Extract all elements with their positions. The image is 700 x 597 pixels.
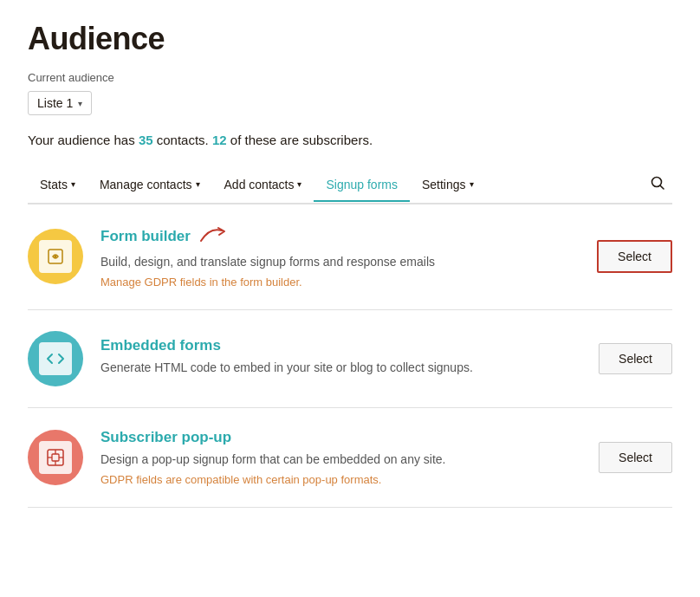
subscriber-popup-description: Design a pop-up signup form that can be …	[100, 451, 581, 469]
embedded-forms-select-button[interactable]: Select	[599, 343, 672, 374]
form-builder-select-button[interactable]: Select	[597, 240, 672, 273]
current-audience-label: Current audience	[28, 71, 672, 84]
chevron-down-icon: ▾	[196, 179, 200, 189]
audience-dropdown[interactable]: Liste 1 ▾	[28, 91, 92, 115]
nav-bar: Stats ▾ Manage contacts ▾ Add contacts ▾…	[28, 168, 672, 204]
svg-line-1	[660, 185, 664, 189]
embedded-forms-description: Generate HTML code to embed in your site…	[100, 359, 581, 377]
subscriber-popup-icon-circle	[28, 430, 83, 485]
embedded-forms-icon-circle	[28, 331, 83, 386]
svg-rect-5	[52, 454, 59, 461]
page-title: Audience	[28, 21, 672, 57]
chevron-down-icon: ▾	[297, 179, 301, 189]
nav-item-settings[interactable]: Settings ▾	[410, 171, 486, 202]
nav-label-settings: Settings	[422, 178, 466, 191]
chevron-down-icon: ▾	[78, 99, 82, 108]
search-icon[interactable]	[643, 168, 672, 203]
form-builder-description: Build, design, and translate signup form…	[100, 253, 580, 271]
subscriber-popup-select-button[interactable]: Select	[599, 442, 672, 473]
chevron-down-icon: ▾	[71, 179, 75, 189]
form-builder-icon-circle	[28, 229, 83, 284]
form-builder-title: Form builder	[100, 225, 580, 249]
embedded-forms-icon	[39, 342, 72, 375]
form-builder-link[interactable]: Manage GDPR fields in the form builder.	[100, 276, 302, 289]
subscriber-popup-title: Subscriber pop-up	[100, 429, 581, 446]
arrow-icon	[198, 225, 230, 249]
nav-label-signup-forms: Signup forms	[326, 178, 397, 191]
nav-item-manage-contacts[interactable]: Manage contacts ▾	[88, 171, 212, 202]
nav-item-stats[interactable]: Stats ▾	[28, 171, 88, 202]
nav-label-manage-contacts: Manage contacts	[100, 178, 192, 191]
nav-label-stats: Stats	[40, 178, 68, 191]
audience-dropdown-label: Liste 1	[37, 96, 73, 110]
audience-summary: Your audience has 35 contacts. 12 of the…	[28, 131, 672, 151]
chevron-down-icon: ▾	[470, 179, 474, 189]
cards-container: Form builder Build, design, and translat…	[28, 204, 672, 508]
card-embedded-forms: Embedded forms Generate HTML code to emb…	[28, 310, 672, 408]
nav-item-signup-forms[interactable]: Signup forms	[314, 171, 409, 202]
svg-point-3	[55, 256, 57, 258]
card-form-builder: Form builder Build, design, and translat…	[28, 204, 672, 310]
subscriber-popup-icon	[39, 441, 72, 474]
subscriber-popup-link[interactable]: GDPR fields are compatible with certain …	[100, 473, 381, 486]
nav-label-add-contacts: Add contacts	[224, 178, 295, 191]
subscriber-popup-content: Subscriber pop-up Design a pop-up signup…	[100, 429, 581, 486]
embedded-forms-title: Embedded forms	[100, 337, 581, 354]
form-builder-icon	[39, 240, 72, 273]
form-builder-content: Form builder Build, design, and translat…	[100, 225, 580, 289]
embedded-forms-content: Embedded forms Generate HTML code to emb…	[100, 337, 581, 380]
nav-item-add-contacts[interactable]: Add contacts ▾	[212, 171, 314, 202]
card-subscriber-popup: Subscriber pop-up Design a pop-up signup…	[28, 408, 672, 508]
